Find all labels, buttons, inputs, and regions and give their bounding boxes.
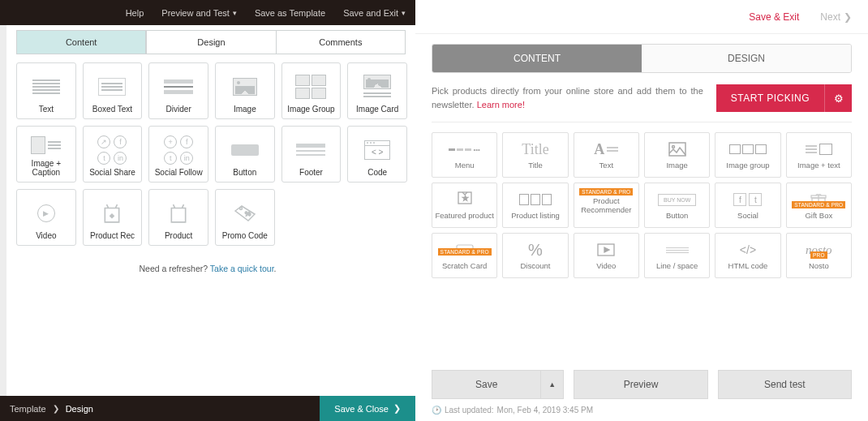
status-timestamp: Mon, Feb 4, 2019 3:45 PM <box>497 406 593 415</box>
next-link[interactable]: Next❯ <box>820 11 852 23</box>
block-image-caption[interactable]: Image + Caption <box>16 126 76 183</box>
rblock-image-text[interactable]: Image + text <box>786 132 852 178</box>
clock-icon: 🕑 <box>432 406 441 415</box>
start-picking-button[interactable]: START PICKING <box>716 84 824 112</box>
rblock-button[interactable]: BUY NOWButton <box>644 183 710 228</box>
rblock-social[interactable]: ftSocial <box>715 183 780 228</box>
block-text[interactable]: Text <box>16 62 76 119</box>
rblock-product-recommender[interactable]: STANDARD & PROProduct Recommender <box>574 183 639 228</box>
save-close-label: Save & Close <box>334 404 389 414</box>
tab-content[interactable]: Content <box>17 31 146 54</box>
rblock-scratch-card[interactable]: STANDARD & PROScratch Card <box>432 233 497 278</box>
tab-content[interactable]: CONTENT <box>432 45 642 72</box>
block-label: Code <box>367 168 387 177</box>
rblock-label: Image <box>666 161 687 170</box>
block-social-follow[interactable]: +ftinSocial Follow <box>148 126 208 183</box>
save-and-exit-menu[interactable]: Save and Exit▾ <box>343 8 406 18</box>
rblock-video[interactable]: Video <box>574 233 639 278</box>
send-test-button[interactable]: Send test <box>718 370 852 399</box>
plan-badge: STANDARD & PRO <box>438 248 492 256</box>
block-product-rec[interactable]: Product Rec <box>83 189 143 246</box>
rblock-line-space[interactable]: Line / space <box>644 233 710 278</box>
preview-test-menu[interactable]: Preview and Test▾ <box>161 8 237 18</box>
save-dropdown[interactable]: ▲ <box>541 370 564 399</box>
block-image-card[interactable]: Image Card <box>347 62 407 119</box>
tab-design[interactable]: DESIGN <box>642 45 851 72</box>
save-and-exit-label: Save and Exit <box>343 8 398 18</box>
block-label: Button <box>233 168 256 177</box>
block-image-group[interactable]: Image Group <box>281 62 342 119</box>
block-video[interactable]: ▶Video <box>16 189 76 246</box>
left-topbar: Help Preview and Test▾ Save as Template … <box>0 0 415 25</box>
next-label: Next <box>820 11 840 23</box>
take-tour-link[interactable]: Take a quick tour <box>210 264 274 273</box>
rblock-label: Button <box>666 211 688 220</box>
rblock-featured-product[interactable]: ★Featured product <box>432 183 497 228</box>
save-as-template-link[interactable]: Save as Template <box>255 8 325 18</box>
block-label: Divider <box>166 105 191 114</box>
block-product[interactable]: Product <box>148 189 208 246</box>
chevron-down-icon: ▾ <box>233 9 237 17</box>
svg-point-0 <box>239 207 242 209</box>
rblock-label: Image group <box>726 161 769 170</box>
block-code[interactable]: < >Code <box>347 126 407 183</box>
rblock-label: Line / space <box>656 261 698 270</box>
block-label: Social Share <box>89 168 135 177</box>
caret-up-icon: ▲ <box>548 380 556 389</box>
right-panel: Save & Exit Next❯ CONTENT DESIGN Pick pr… <box>415 0 868 421</box>
rblock-label: Product listing <box>511 211 560 220</box>
block-image[interactable]: Image <box>215 62 275 119</box>
gear-icon: ⚙ <box>834 92 844 105</box>
rblock-label: HTML code <box>728 261 768 270</box>
save-exit-link[interactable]: Save & Exit <box>749 11 799 23</box>
rblock-nosto[interactable]: nostoPRONosto <box>786 233 852 278</box>
svg-rect-11 <box>531 195 539 205</box>
chevron-right-icon: ❯ <box>393 403 401 414</box>
block-label: Text <box>39 105 54 114</box>
rblock-gift-box[interactable]: STANDARD & PROGift Box <box>786 183 852 228</box>
preview-button[interactable]: Preview <box>574 370 707 399</box>
rblock-label: Discount <box>521 261 551 270</box>
divider <box>432 122 852 122</box>
rblock-label: Product Recommender <box>574 196 638 215</box>
start-picking-group: START PICKING ⚙ <box>716 84 852 112</box>
start-picking-settings[interactable]: ⚙ <box>824 84 852 112</box>
crumb-template[interactable]: Template <box>10 404 46 414</box>
rblock-discount[interactable]: %Discount <box>502 233 568 278</box>
rblock-image-group[interactable]: Image group <box>715 132 780 178</box>
block-divider[interactable]: Divider <box>148 62 208 119</box>
block-promo-code[interactable]: %Promo Code <box>215 189 275 246</box>
rblock-image[interactable]: Image <box>644 132 710 178</box>
info-text-body: Pick products directly from your online … <box>432 86 703 110</box>
block-footer[interactable]: Footer <box>281 126 342 183</box>
help-link[interactable]: Help <box>126 8 144 18</box>
tab-comments[interactable]: Comments <box>276 31 405 54</box>
rblock-label: Menu <box>455 161 475 170</box>
rblock-title[interactable]: TitleTitle <box>502 132 568 178</box>
block-button[interactable]: Button <box>215 126 275 183</box>
svg-rect-5 <box>742 145 753 154</box>
block-label: Product Rec <box>90 231 135 240</box>
learn-more-link[interactable]: Learn more! <box>477 100 525 110</box>
save-split-button: Save ▲ <box>432 370 564 399</box>
rblock-text[interactable]: AText <box>574 132 639 178</box>
rblock-menu[interactable]: •••Menu <box>432 132 497 178</box>
block-label: Social Follow <box>155 168 203 177</box>
refresher-prefix: Need a refresher? <box>139 264 209 273</box>
svg-rect-6 <box>755 145 766 154</box>
crumb-design: Design <box>66 404 93 414</box>
rblock-html-code[interactable]: </>HTML code <box>715 233 780 278</box>
rblock-product-listing[interactable]: Product listing <box>502 183 568 228</box>
svg-rect-7 <box>819 144 831 155</box>
last-updated: 🕑 Last updated: Mon, Feb 4, 2019 3:45 PM <box>415 402 868 421</box>
block-label: Product <box>165 231 192 240</box>
save-close-button[interactable]: Save & Close❯ <box>320 396 415 421</box>
plan-badge: STANDARD & PRO <box>792 201 845 208</box>
block-label: Image Group <box>287 105 334 114</box>
block-social-share[interactable]: ↗ftinSocial Share <box>83 126 143 183</box>
block-boxed-text[interactable]: Boxed Text <box>83 62 143 119</box>
right-tabs: CONTENT DESIGN <box>432 44 852 73</box>
save-button[interactable]: Save <box>432 370 541 399</box>
tab-design[interactable]: Design <box>146 31 275 54</box>
block-label: Image <box>234 105 256 114</box>
